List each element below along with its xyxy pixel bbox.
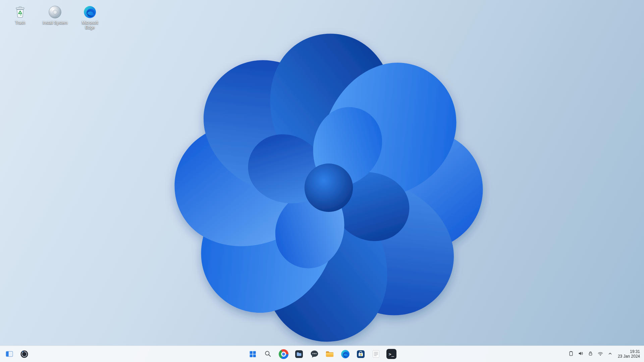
clock-time: 19:31 [630, 349, 640, 354]
wallpaper-bloom [101, 13, 557, 352]
tray-overflow-button[interactable] [605, 348, 615, 360]
bloom-illustration [101, 13, 557, 352]
sidebar-window-button[interactable] [3, 347, 16, 361]
swirl-logo-button[interactable] [17, 347, 31, 361]
color-wheel-browser-button[interactable] [277, 347, 290, 361]
desktop-icon-label: Trash [15, 20, 25, 25]
edge-icon [83, 5, 97, 19]
taskbar-clock[interactable]: 19:31 23 Jan 2024 [615, 347, 643, 361]
edge-browser-button[interactable] [338, 347, 352, 361]
volume-icon [578, 351, 584, 357]
shopping-bag-icon [356, 349, 366, 359]
file-explorer-button[interactable] [323, 347, 336, 361]
windows-logo-icon [248, 350, 257, 359]
terminal-icon: >_ [386, 349, 396, 359]
install-disc-icon [48, 5, 62, 19]
edge-icon [340, 349, 350, 359]
notepad-icon [371, 349, 381, 359]
dark-folder-icon [294, 349, 304, 359]
desktop-icon-label: Microsoft Edge [76, 20, 103, 30]
store-button[interactable] [354, 347, 367, 361]
taskbar-left-cluster [3, 346, 31, 362]
volume-tray-button[interactable] [576, 348, 586, 360]
taskbar-tray-cluster: 19:31 23 Jan 2024 [567, 346, 643, 362]
trash-icon [13, 5, 28, 19]
terminal-prompt-glyph: >_ [389, 352, 394, 357]
folder-icon [325, 349, 335, 359]
desktop-icon-trash[interactable]: Trash [3, 3, 37, 32]
swirl-logo-icon [20, 350, 29, 359]
taskbar: >_ [0, 346, 644, 362]
taskbar-center-cluster: >_ [246, 346, 398, 362]
wifi-icon [597, 351, 603, 358]
search-icon [264, 350, 272, 358]
lock-tray-button[interactable] [586, 348, 595, 360]
desktop-icon-grid: Trash Install System [3, 3, 107, 32]
terminal-button[interactable]: >_ [385, 347, 398, 361]
desktop-icon-install-system[interactable]: Install System [38, 3, 72, 32]
clipboard-tray-button[interactable] [567, 348, 576, 360]
color-wheel-icon [279, 349, 288, 359]
notepad-button[interactable] [369, 347, 383, 361]
chat-button[interactable] [308, 347, 321, 361]
dark-files-button[interactable] [292, 347, 306, 361]
sidebar-window-icon [5, 349, 14, 359]
wifi-tray-button[interactable] [596, 348, 605, 360]
clipboard-icon [568, 351, 574, 357]
chevron-up-icon [607, 351, 613, 357]
search-button[interactable] [261, 347, 275, 361]
chat-bubble-icon [310, 349, 319, 359]
desktop: Trash Install System [0, 0, 644, 362]
clock-date: 23 Jan 2024 [618, 354, 640, 359]
desktop-icon-microsoft-edge[interactable]: Microsoft Edge [73, 3, 107, 32]
lock-icon [588, 351, 593, 357]
start-button[interactable] [246, 347, 259, 361]
desktop-icon-label: Install System [43, 20, 68, 25]
